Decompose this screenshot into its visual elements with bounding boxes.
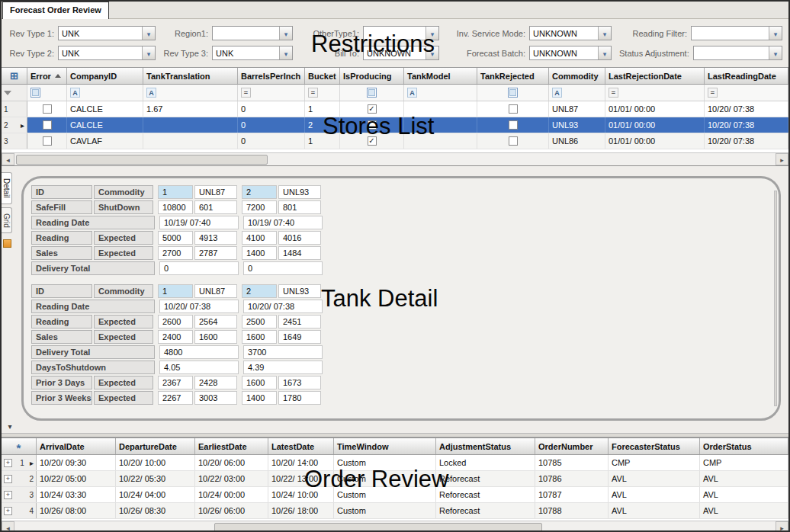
column-header-forecasterstatus[interactable]: ForecasterStatus [609, 438, 700, 454]
cell-tankmodel[interactable] [404, 117, 477, 133]
stores-horizontal-scrollbar[interactable] [2, 152, 788, 165]
cell-arrivaldate[interactable]: 10/20/ 09:30 [37, 455, 116, 470]
dropdown-button[interactable] [769, 27, 782, 40]
cell-tankmodel[interactable] [404, 133, 477, 149]
dropdown-button[interactable] [279, 46, 292, 59]
cell-error[interactable] [27, 117, 67, 133]
cell-adjustmentstatus[interactable]: Reforecast [436, 503, 535, 518]
cell-departuredate[interactable]: 10/20/ 10:00 [116, 455, 195, 470]
column-header-tankmodel[interactable]: TankModel [404, 68, 477, 84]
column-header-ordernumber[interactable]: OrderNumber [535, 438, 609, 454]
scrollbar-thumb[interactable] [16, 155, 268, 165]
cell-lastrejectiondate[interactable]: 01/01/ 00:00 [605, 133, 705, 149]
cell-latestdate[interactable]: 10/22/ 13:00 [268, 471, 334, 486]
column-header-adjustmentstatus[interactable]: AdjustmentStatus [436, 438, 535, 454]
dropdown-button[interactable] [142, 46, 155, 59]
isproducing-checkbox[interactable] [368, 120, 377, 130]
cell-isproducing[interactable] [340, 101, 404, 117]
scroll-left-button[interactable] [2, 521, 14, 532]
othertype1-combo[interactable] [363, 26, 439, 40]
column-header-companyid[interactable]: CompanyID [67, 68, 143, 84]
cell-bucket[interactable]: 2 [305, 117, 340, 133]
cell-timewindow[interactable]: Custom [334, 471, 436, 486]
cell-latestdate[interactable]: 10/26/ 18:00 [268, 503, 334, 518]
column-header-tankrejected[interactable]: TankRejected [477, 68, 549, 84]
cell-error[interactable] [27, 133, 67, 149]
filter-row-header[interactable] [2, 85, 27, 101]
cell-commodity[interactable]: UNL86 [549, 133, 605, 149]
error-checkbox[interactable] [43, 104, 52, 114]
filter-cell-barrelsperinch[interactable] [238, 85, 305, 101]
row-header[interactable]: 2 [2, 117, 27, 133]
expand-row-icon[interactable] [4, 475, 12, 483]
cell-earliestdate[interactable]: 10/26/ 06:00 [195, 503, 268, 518]
detail-vertical-scrollbar[interactable] [774, 191, 777, 406]
row-header[interactable]: 3 [2, 487, 37, 502]
cell-tanktranslation[interactable]: 1.67 [143, 101, 238, 117]
cell-bucket[interactable]: 1 [305, 133, 340, 149]
column-header-commodity[interactable]: Commodity [549, 68, 605, 84]
row-header[interactable]: 1 [2, 101, 27, 117]
cell-forecasterstatus[interactable]: AVL [609, 503, 700, 518]
column-header-tanktranslation[interactable]: TankTranslation [143, 68, 238, 84]
column-header-error[interactable]: Error [27, 68, 67, 84]
cell-lastrejectiondate[interactable]: 01/01/ 00:00 [605, 101, 705, 117]
error-checkbox[interactable] [43, 120, 52, 130]
expand-row-icon[interactable] [4, 491, 12, 499]
isproducing-checkbox[interactable] [368, 104, 377, 114]
order-row-4[interactable]: 4 10/26/ 08:00 10/26/ 08:30 10/26/ 06:00… [2, 503, 788, 519]
order-row-3[interactable]: 3 10/24/ 03:30 10/24/ 04:00 10/24/ 00:00… [2, 487, 788, 503]
cell-ordernumber[interactable]: 10787 [535, 487, 609, 502]
column-header-earliestdate[interactable]: EarliestDate [195, 438, 268, 454]
cell-barrelsperinch[interactable]: 0 [238, 117, 305, 133]
filter-cell-isproducing[interactable] [340, 85, 404, 101]
cell-latestdate[interactable]: 10/20/ 14:00 [268, 455, 334, 470]
tankrejected-checkbox[interactable] [509, 136, 518, 146]
cell-companyid[interactable]: CALCLE [67, 101, 143, 117]
cell-earliestdate[interactable]: 10/22/ 03:00 [195, 471, 268, 486]
cell-bucket[interactable]: 1 [305, 101, 340, 117]
stores-row-3[interactable]: 3 CAVLAF 0 1 UNL86 01/01/ 00:00 10/20/ 0… [2, 133, 788, 149]
column-header-departuredate[interactable]: DepartureDate [116, 438, 195, 454]
forecast-batch-combo[interactable]: UNKNOWN [529, 46, 612, 60]
column-header-arrivaldate[interactable]: ArrivalDate [37, 438, 116, 454]
scroll-left-button[interactable] [2, 153, 14, 165]
cell-ordernumber[interactable]: 10788 [535, 503, 609, 518]
cell-timewindow[interactable]: Custom [334, 487, 436, 502]
scrollbar-thumb[interactable] [214, 523, 542, 532]
row-header[interactable]: 1 [2, 455, 37, 470]
cell-isproducing[interactable] [340, 133, 404, 149]
scroll-right-button[interactable] [776, 153, 788, 165]
cell-orderstatus[interactable]: AVL [700, 487, 788, 502]
status-adjustment-combo[interactable] [693, 46, 782, 60]
tab-grid[interactable]: Grid [2, 207, 12, 234]
cell-orderstatus[interactable]: CMP [700, 455, 788, 470]
row-header[interactable]: 4 [2, 503, 37, 518]
dropdown-button[interactable] [426, 46, 438, 59]
tankrejected-checkbox[interactable] [509, 104, 518, 114]
tab-forecast-order-review[interactable]: Forecast Order Review [2, 2, 109, 19]
cell-companyid[interactable]: CALCLE [67, 117, 143, 133]
cell-barrelsperinch[interactable]: 0 [238, 101, 305, 117]
dropdown-button[interactable] [279, 27, 292, 40]
rev-type-3-combo[interactable]: UNK [212, 46, 293, 60]
cell-forecasterstatus[interactable]: AVL [609, 471, 700, 486]
dropdown-button[interactable] [769, 46, 782, 59]
stores-row-1[interactable]: 1 CALCLE 1.67 0 1 UNL87 01/01/ 00:00 10/… [2, 101, 788, 117]
expand-row-icon[interactable] [4, 459, 12, 467]
cell-tankmodel[interactable] [404, 101, 477, 117]
tankrejected-checkbox[interactable] [509, 120, 518, 130]
cell-earliestdate[interactable]: 10/20/ 06:00 [195, 455, 268, 470]
grid-corner-cell[interactable] [2, 68, 27, 84]
column-header-latestdate[interactable]: LatestDate [268, 438, 334, 454]
cell-lastrejectiondate[interactable]: 01/01/ 00:00 [605, 117, 705, 133]
cell-barrelsperinch[interactable]: 0 [238, 133, 305, 149]
filter-cell-tankrejected[interactable] [477, 85, 549, 101]
cell-lastreadingdate[interactable]: 10/20/ 07:38 [705, 133, 788, 149]
filter-cell-companyid[interactable] [67, 85, 143, 101]
column-header-timewindow[interactable]: TimeWindow [334, 438, 436, 454]
expand-row-icon[interactable] [4, 507, 12, 515]
orders-horizontal-scrollbar[interactable] [2, 521, 788, 532]
cell-forecasterstatus[interactable]: AVL [609, 487, 700, 502]
column-header-lastreadingdate[interactable]: LastReadingDate [705, 68, 788, 84]
